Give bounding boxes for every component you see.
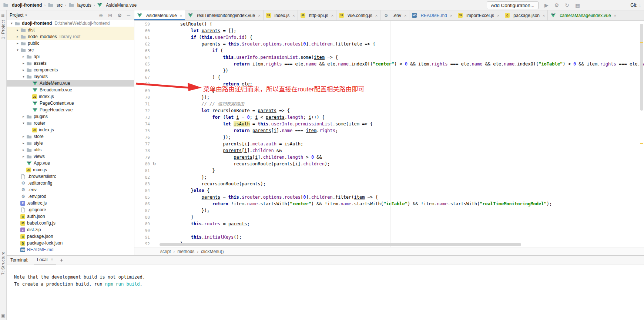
close-icon[interactable]: × xyxy=(450,13,452,18)
tab-package-json[interactable]: {}package.json× xyxy=(502,10,548,20)
tree-item-package-json[interactable]: {}package.json xyxy=(7,233,134,240)
locate-icon[interactable]: ⊕ xyxy=(99,13,103,18)
chevron-open-icon[interactable]: ▾ xyxy=(15,48,20,52)
chevron-closed-icon[interactable]: ▸ xyxy=(21,61,26,65)
chevron-closed-icon[interactable]: ▸ xyxy=(21,55,26,58)
warning-stripe-mark[interactable] xyxy=(640,42,643,43)
tab-vue-config-js[interactable]: JSvue.config.js× xyxy=(336,10,380,20)
toolwindow-button-project[interactable]: 1: Project xyxy=(1,20,5,39)
tree-item-env[interactable]: ⚙.env xyxy=(7,186,134,193)
tree-item-pageheader-vue[interactable]: PageHeader.vue xyxy=(7,107,134,113)
tree-item-main-js[interactable]: JSmain.js xyxy=(7,166,134,173)
tree-item-store[interactable]: ▸store xyxy=(7,133,134,140)
tree-item-router[interactable]: ▾router xyxy=(7,120,134,127)
breadcrumb-src[interactable]: src xyxy=(48,2,63,8)
sync-icon[interactable]: ↻ xyxy=(565,2,569,8)
code-area[interactable]: 59 setRoute() {60 let parents = [];61 if… xyxy=(134,21,644,247)
tree-item-pagecontent-vue[interactable]: PageContent.vue xyxy=(7,100,134,107)
tree-item-babel-config-js[interactable]: JSbabel.config.js xyxy=(7,220,134,226)
code-line-60[interactable]: 60 let parents = []; xyxy=(134,27,644,34)
code-line-81[interactable]: 81 } xyxy=(134,167,644,174)
new-terminal-session-button[interactable]: + xyxy=(60,257,63,263)
close-icon[interactable]: × xyxy=(543,13,545,18)
layout-icon[interactable]: ▦ xyxy=(575,2,580,8)
code-line-80[interactable]: 80↻ recursionRoute(parents[i].children); xyxy=(134,161,644,167)
editor-breadcrumb-clickmenu[interactable]: clickMenu() xyxy=(201,249,224,254)
code-line-85[interactable]: 85 parents = this.$router.options.routes… xyxy=(134,194,644,201)
code-line-87[interactable]: 87 }); xyxy=(134,207,644,214)
code-line-83[interactable]: 83 recursionRoute(parents); xyxy=(134,181,644,187)
chevron-closed-icon[interactable]: ▸ xyxy=(21,68,26,72)
code-line-86[interactable]: 86 return !item.name.startsWith("center"… xyxy=(134,201,644,207)
code-line-77[interactable]: 77 parents[i].meta.auth = isAuth; xyxy=(134,141,644,147)
tab-index-js[interactable]: JSindex.js× xyxy=(264,10,298,20)
breadcrumb-asidemenu-vue[interactable]: AsideMenu.vue xyxy=(97,2,137,8)
code-line-91[interactable]: 91 this.initialKeys(); xyxy=(134,234,644,240)
tree-item-src[interactable]: ▾src xyxy=(7,47,134,53)
tree-item-eslintrc-js[interactable]: E.eslintrc.js xyxy=(7,200,134,206)
tab-env[interactable]: ⚙.env× xyxy=(380,10,409,20)
tree-item-duoji-frontend[interactable]: ▾duoji-frontendD:\zheheWeb\duoji-fronten… xyxy=(7,20,134,27)
tree-item-auth-json[interactable]: {}auth.json xyxy=(7,213,134,220)
tree-item-package-lock-json[interactable]: {}package-lock.json xyxy=(7,240,134,246)
code-line-70[interactable]: 70 }); xyxy=(134,94,644,101)
code-line-76[interactable]: 76 }); xyxy=(134,134,644,141)
terminal-tab-local[interactable]: Local × xyxy=(34,256,57,265)
chevron-closed-icon[interactable]: ▸ xyxy=(21,115,26,118)
tree-item-index-js[interactable]: JSindex.js xyxy=(7,127,134,133)
tab-readme-md[interactable]: MDREADME.md× xyxy=(409,10,455,20)
code-line-66[interactable]: 66 }) xyxy=(134,67,644,74)
scrollbar-thumb[interactable] xyxy=(640,24,643,111)
recursive-call-icon[interactable]: ↻ xyxy=(150,161,159,167)
code-line-67[interactable]: 67 ) { xyxy=(134,74,644,81)
scrollbar-thumb[interactable] xyxy=(160,243,521,246)
settings-icon[interactable]: ⚙ xyxy=(117,13,122,18)
breadcrumb-duoji-frontend[interactable]: duoji-frontend xyxy=(3,2,42,8)
tree-item-breadcrumb-vue[interactable]: Breadcrumb.vue xyxy=(7,87,134,93)
code-line-64[interactable]: 64 this.userInfo.permissionList.some(ite… xyxy=(134,54,644,61)
close-icon[interactable]: × xyxy=(180,13,182,18)
close-icon[interactable]: × xyxy=(258,13,260,18)
tab-cameramanage-index-vue[interactable]: cameraManage\index.vue× xyxy=(548,10,619,20)
code-line-71[interactable]: 71 // // 递归权限路由 xyxy=(134,101,644,107)
collapse-all-icon[interactable]: ⊟ xyxy=(108,13,112,18)
chevron-closed-icon[interactable]: ▸ xyxy=(21,155,26,158)
tree-item-readme-md[interactable]: MDREADME.md xyxy=(7,246,134,253)
code-line-75[interactable]: 75 return parents[i].name === item.right… xyxy=(134,127,644,134)
editor-vertical-scrollbar[interactable] xyxy=(639,21,644,247)
code-line-78[interactable]: 78 parents[i].children && xyxy=(134,147,644,154)
editor-breadcrumb-methods[interactable]: methods xyxy=(177,249,194,254)
code-line-65[interactable]: 65 return item.rights === ele.name && el… xyxy=(134,61,644,67)
tree-item-dist-zip[interactable]: Zdist.zip xyxy=(7,226,134,233)
chevron-closed-icon[interactable]: ▸ xyxy=(21,148,26,152)
chevron-open-icon[interactable]: ▾ xyxy=(21,75,26,78)
chevron-down-icon[interactable]: ▾ xyxy=(25,13,27,17)
tab-realtimemonitoring-index-vue[interactable]: realTimeMonitoring\index.vue× xyxy=(185,10,263,20)
close-icon[interactable]: × xyxy=(375,13,378,18)
tree-item-components[interactable]: ▸components xyxy=(7,67,134,73)
tree-item-public[interactable]: ▸public xyxy=(7,40,134,47)
warning-stripe-mark[interactable] xyxy=(640,143,643,144)
tree-item-editorconfig[interactable]: ⚙.editorconfig xyxy=(7,180,134,186)
chevron-closed-icon[interactable]: ▸ xyxy=(15,28,20,32)
chevron-closed-icon[interactable]: ▸ xyxy=(21,135,26,138)
tab-http-api-js[interactable]: JShttp-api.js× xyxy=(298,10,336,20)
editor-horizontal-scrollbar[interactable] xyxy=(160,243,635,246)
tree-item-gitignore[interactable]: .gitignore xyxy=(7,206,134,213)
chevron-closed-icon[interactable]: ▸ xyxy=(21,141,26,145)
code-line-82[interactable]: 82 }; xyxy=(134,174,644,181)
close-icon[interactable]: × xyxy=(51,257,53,262)
code-line-62[interactable]: 62 parents = this.$router.options.routes… xyxy=(134,41,644,47)
toolwindow-button-structure[interactable]: 7: Structure xyxy=(1,252,5,275)
tree-item-layouts[interactable]: ▾layouts xyxy=(7,73,134,80)
chevron-closed-icon[interactable]: ▸ xyxy=(15,41,20,45)
tree-item-assets[interactable]: ▸assets xyxy=(7,60,134,67)
tree-item-dist[interactable]: ▸dist xyxy=(7,27,134,33)
tree-item-api[interactable]: ▸api xyxy=(7,53,134,60)
tree-item-plugins[interactable]: ▸plugins xyxy=(7,113,134,120)
close-icon[interactable]: × xyxy=(404,13,406,18)
code-line-89[interactable]: 89 this.routes = parents; xyxy=(134,220,644,227)
tab-asidemenu-vue[interactable]: AsideMenu.vue× xyxy=(134,10,185,20)
code-line-79[interactable]: 79 parents[i].children.length > 0 && xyxy=(134,154,644,161)
tree-item-index-js[interactable]: JSindex.js xyxy=(7,93,134,100)
